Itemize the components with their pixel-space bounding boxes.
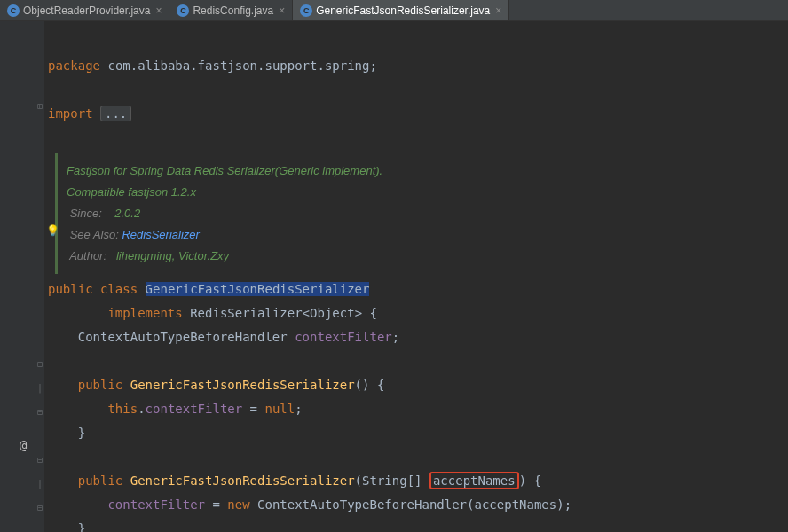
editor: ⊞ ⊟ | ⊟ ⊟ | ⊟ package com.alibaba.fastjs… [0,21,788,532]
fold-icon[interactable]: ⊟ [37,359,43,369]
tab-label: RedisConfig.java [193,4,273,17]
doc-since-val: 2.0.2 [114,207,140,220]
gutter: ⊞ ⊟ | ⊟ ⊟ | ⊟ [0,21,44,532]
fold-icon[interactable]: | [37,479,43,489]
bulb-icon[interactable]: 💡 [46,224,59,237]
tab-label: ObjectReaderProvider.java [23,4,150,17]
fold-icon[interactable]: ⊟ [37,407,43,417]
ctor2: GenericFastJsonRedisSerializer [130,473,355,488]
tab-redisconfig[interactable]: C RedisConfig.java × [169,0,293,20]
doc-since-label: Since: [70,207,102,220]
java-class-icon: C [300,4,312,17]
keyword-public3: public [78,473,123,488]
keyword-public: public [48,282,93,296]
param-name: acceptNames [433,473,516,488]
tab-label: GenericFastJsonRedisSerializer.java [316,4,490,17]
impl-type: RedisSerializer [190,306,302,320]
impl-generic: Object [310,306,355,320]
close-icon[interactable]: × [495,4,501,17]
field-ref2: contextFilter [107,497,205,512]
ctor1: GenericFastJsonRedisSerializer [130,378,355,392]
doc-author-val: lihengming, Victor.Zxy [116,249,229,262]
fold-icon[interactable]: ⊟ [37,503,43,512]
doc-see-label: See Also: [70,228,119,241]
close-icon[interactable]: × [155,4,162,17]
fold-icon[interactable]: | [37,383,43,393]
code-area[interactable]: package com.alibaba.fastjson.support.spr… [44,21,788,532]
field-type: ContextAutoTypeBeforeHandler [78,330,288,344]
editor-tabs: C ObjectReaderProvider.java × C RedisCon… [0,0,788,21]
import-fold[interactable]: ... [100,106,131,121]
param-arg: acceptNames [475,497,557,512]
override-icon[interactable]: @ [20,438,27,452]
javadoc-block: Fastjson for Spring Data Redis Serialize… [55,153,788,274]
doc-author-label: Author: [69,249,106,262]
keyword-class: class [100,282,138,296]
close-icon[interactable]: × [279,4,285,17]
java-class-icon: C [7,4,20,17]
field-name: contextFilter [295,330,392,344]
keyword-new: new [227,497,249,512]
keyword-this: this [107,402,138,416]
tab-objectreader[interactable]: C ObjectReaderProvider.java × [0,0,169,20]
keyword-implements: implements [107,306,182,320]
doc-line2: Compatible fastjson 1.2.x [67,185,196,199]
keyword-public2: public [78,378,123,392]
param-type: String [362,473,407,488]
field-ref1: contextFilter [146,402,243,416]
keyword-null: null [264,402,295,416]
keyword-import: import [48,106,93,121]
doc-line1: Fastjson for Spring Data Redis Serialize… [67,164,382,177]
param-highlight: acceptNames [429,472,519,489]
fold-icon[interactable]: ⊞ [37,101,43,111]
package-name: com.alibaba.fastjson.support.spring [107,59,369,73]
handler-type: ContextAutoTypeBeforeHandler [257,497,467,512]
keyword-package: package [48,59,100,73]
doc-see-val[interactable]: RedisSerializer [122,228,199,241]
tab-serializer[interactable]: C GenericFastJsonRedisSerializer.java × [293,0,509,20]
class-name: GenericFastJsonRedisSerializer [146,282,370,296]
java-class-icon: C [177,4,189,17]
fold-icon[interactable]: ⊟ [37,455,43,465]
